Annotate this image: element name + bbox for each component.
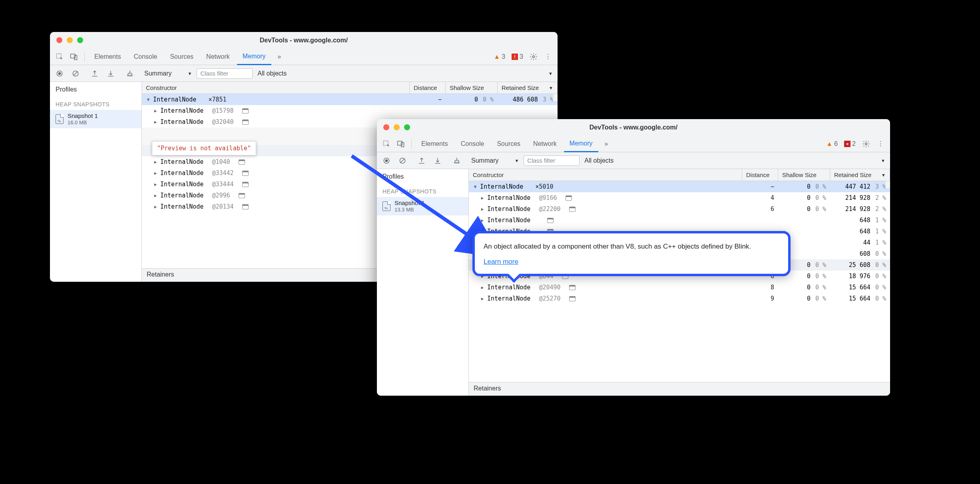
upload-icon[interactable]	[415, 154, 428, 167]
heap-section-header: HEAP SNAPSHOTS	[50, 97, 141, 110]
warnings-indicator[interactable]: ▲3	[491, 53, 508, 60]
object-row[interactable]: ▶InternalNode 6481 %	[469, 215, 890, 226]
svg-rect-10	[401, 142, 404, 147]
memory-toolbar: Summary▼ Class filter All objects▼	[50, 65, 558, 82]
objects-select[interactable]: All objects▼	[583, 157, 887, 164]
device-toggle-icon[interactable]	[68, 50, 80, 63]
close-window-button[interactable]	[383, 124, 389, 130]
col-shallow[interactable]: Shallow Size	[778, 169, 830, 181]
col-retained[interactable]: Retained Size▼	[498, 82, 558, 94]
svg-rect-1	[71, 54, 76, 58]
minimize-window-button[interactable]	[67, 37, 73, 43]
more-tabs-icon[interactable]: »	[600, 137, 613, 150]
class-filter-input[interactable]: Class filter	[524, 155, 580, 166]
tabbar: Elements Console Sources Network Memory …	[377, 135, 890, 152]
kebab-menu-icon[interactable]: ⋮	[874, 137, 887, 150]
object-row[interactable]: ▶InternalNode @15798	[142, 105, 558, 116]
constructor-row[interactable]: ▼InternalNode ×5010 − 00 % 447 4123 %	[469, 181, 890, 192]
upload-icon[interactable]	[88, 67, 101, 80]
window-icon	[242, 182, 249, 187]
svg-point-5	[58, 72, 61, 75]
close-window-button[interactable]	[56, 37, 62, 43]
snapshot-file-icon	[382, 201, 390, 211]
retainers-panel-header[interactable]: Retainers	[469, 382, 890, 396]
window-icon	[242, 171, 249, 176]
window-icon	[569, 207, 576, 212]
tab-console[interactable]: Console	[128, 48, 163, 65]
tab-memory[interactable]: Memory	[564, 135, 598, 152]
column-headers: Constructor Distance Shallow Size Retain…	[142, 82, 558, 94]
minimize-window-button[interactable]	[394, 124, 400, 130]
window-title: DevTools - www.google.com/	[56, 37, 552, 44]
more-tabs-icon[interactable]: »	[273, 50, 286, 63]
object-row[interactable]: ▶InternalNode @25270 900 %15 6640 %	[469, 293, 890, 304]
column-headers: Constructor Distance Shallow Size Retain…	[469, 169, 890, 181]
svg-line-7	[74, 72, 78, 76]
col-distance[interactable]: Distance	[410, 82, 446, 94]
tab-network[interactable]: Network	[528, 135, 562, 152]
snapshot-item[interactable]: Snapshot 1 13.3 MB	[377, 197, 468, 215]
profiles-sidebar: Profiles HEAP SNAPSHOTS Snapshot 1 16.0 …	[50, 82, 142, 282]
errors-indicator[interactable]: !3	[509, 53, 526, 60]
zoom-window-button[interactable]	[404, 124, 410, 130]
clear-icon[interactable]	[396, 154, 409, 167]
tab-elements[interactable]: Elements	[416, 135, 454, 152]
settings-gear-icon[interactable]	[860, 137, 872, 150]
scrollbar-thumb[interactable]	[553, 94, 558, 101]
tab-sources[interactable]: Sources	[491, 135, 526, 152]
gc-broom-icon[interactable]	[123, 67, 136, 80]
tab-console[interactable]: Console	[455, 135, 490, 152]
snapshot-size: 16.0 MB	[68, 120, 98, 126]
col-constructor[interactable]: Constructor	[469, 169, 742, 181]
gc-broom-icon[interactable]	[450, 154, 463, 167]
record-icon[interactable]	[380, 154, 393, 167]
col-shallow[interactable]: Shallow Size	[446, 82, 498, 94]
titlebar: DevTools - www.google.com/	[377, 119, 890, 135]
window-icon	[242, 120, 249, 125]
constructor-row[interactable]: ▼InternalNode ×7851 − 00 % 486 6083 %	[142, 94, 558, 105]
col-constructor[interactable]: Constructor	[142, 82, 410, 94]
tab-elements[interactable]: Elements	[89, 48, 127, 65]
errors-indicator[interactable]: ×2	[842, 140, 858, 147]
traffic-lights	[383, 124, 410, 130]
object-row[interactable]: ▶InternalNode @22200 600 %214 9282 %	[469, 203, 890, 215]
warnings-indicator[interactable]: ▲6	[824, 140, 840, 147]
inspect-icon[interactable]	[53, 50, 66, 63]
view-select[interactable]: Summary▼	[143, 70, 193, 77]
objects-select[interactable]: All objects▼	[256, 70, 554, 77]
clear-icon[interactable]	[69, 67, 82, 80]
traffic-lights	[56, 37, 83, 43]
object-row[interactable]: ▶InternalNode @9166 400 %214 9282 %	[469, 192, 890, 203]
settings-gear-icon[interactable]	[527, 50, 540, 63]
learn-more-link[interactable]: Learn more	[484, 257, 518, 267]
window-icon	[569, 296, 576, 301]
snapshot-item[interactable]: Snapshot 1 16.0 MB	[50, 110, 141, 128]
profiles-header: Profiles	[377, 169, 468, 184]
download-icon[interactable]	[431, 154, 444, 167]
device-toggle-icon[interactable]	[394, 137, 407, 150]
kebab-menu-icon[interactable]: ⋮	[542, 50, 554, 63]
col-distance[interactable]: Distance	[742, 169, 778, 181]
tab-memory[interactable]: Memory	[237, 48, 271, 65]
class-filter-input[interactable]: Class filter	[197, 68, 253, 79]
scrollbar-thumb[interactable]	[885, 181, 890, 188]
snapshot-file-icon	[56, 114, 64, 124]
svg-point-11	[865, 143, 867, 145]
tab-network[interactable]: Network	[201, 48, 235, 65]
tab-sources[interactable]: Sources	[164, 48, 199, 65]
svg-point-3	[533, 56, 535, 58]
download-icon[interactable]	[104, 67, 117, 80]
object-row[interactable]: ▶InternalNode @20490 800 %15 6640 %	[469, 282, 890, 293]
view-select[interactable]: Summary▼	[470, 157, 520, 164]
record-icon[interactable]	[53, 67, 66, 80]
zoom-window-button[interactable]	[77, 37, 83, 43]
info-tooltip: An object allocated by a component other…	[472, 231, 791, 276]
inspect-icon[interactable]	[380, 137, 393, 150]
memory-toolbar: Summary▼ Class filter All objects▼	[377, 152, 890, 169]
window-icon	[569, 285, 576, 290]
window-icon	[566, 195, 572, 201]
col-retained[interactable]: Retained Size▼	[830, 169, 890, 181]
snapshot-size: 13.3 MB	[394, 207, 425, 213]
titlebar: DevTools - www.google.com/	[50, 32, 558, 48]
devtools-window-after: DevTools - www.google.com/ Elements Cons…	[377, 119, 890, 396]
